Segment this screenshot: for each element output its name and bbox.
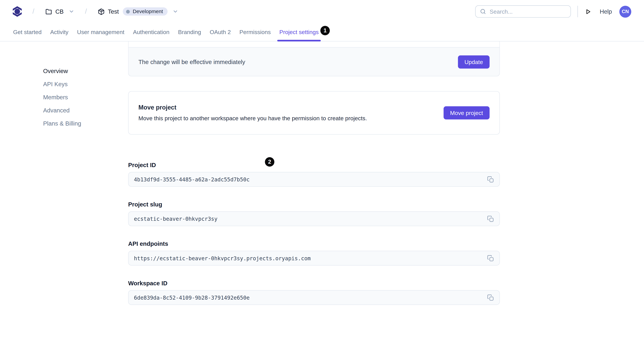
workspace-id-field: 6de839da-8c52-4109-9b28-3791492e650e — [128, 290, 500, 305]
copy-icon — [487, 176, 494, 183]
sidebar-item-advanced[interactable]: Advanced — [43, 107, 128, 113]
tab-oauth2[interactable]: OAuth 2 — [209, 23, 231, 41]
tab-permissions[interactable]: Permissions — [239, 23, 271, 41]
chevron-down-icon — [171, 9, 178, 14]
annotation-marker-2: 2 — [265, 157, 274, 167]
project-id-group: Project ID 4b13df9d-3555-4485-a62a-2adc5… — [128, 162, 500, 187]
sidebar-item-members[interactable]: Members — [43, 94, 128, 100]
breadcrumb-project[interactable]: Test Development — [98, 7, 178, 15]
header-actions: Help CN — [475, 5, 631, 17]
folder-icon — [45, 8, 52, 15]
move-project-description: Move this project to another workspace w… — [138, 115, 367, 122]
copy-button[interactable] — [486, 294, 494, 302]
help-link[interactable]: Help — [600, 8, 612, 15]
breadcrumb-separator: / — [85, 7, 87, 15]
ory-logo-icon[interactable] — [13, 6, 22, 17]
identifier-fields: Project ID 4b13df9d-3555-4485-a62a-2adc5… — [128, 162, 500, 305]
page-body: Overview API Keys Members Advanced Plans… — [0, 41, 644, 320]
sidebar-item-plans-billing[interactable]: Plans & Billing — [43, 121, 128, 127]
copy-button[interactable] — [486, 175, 494, 183]
breadcrumb-separator: / — [32, 7, 34, 15]
project-id-field: 4b13df9d-3555-4485-a62a-2adc55d7b50c — [128, 172, 500, 187]
annotation-marker-1: 1 — [320, 26, 330, 35]
breadcrumb-workspace[interactable]: CB — [45, 8, 74, 15]
tab-project-settings[interactable]: Project settings — [279, 23, 319, 41]
api-endpoints-value: https://ecstatic-beaver-0hkvpcr3sy.proje… — [134, 255, 310, 261]
project-slug-group: Project slug ecstatic-beaver-0hkvpcr3sy — [128, 202, 500, 226]
environment-badge: Development — [123, 7, 168, 15]
project-name: Test — [108, 8, 119, 15]
move-project-text: Move project Move this project to anothe… — [138, 104, 367, 122]
project-slug-field: ecstatic-beaver-0hkvpcr3sy — [128, 211, 500, 226]
settings-sidebar: Overview API Keys Members Advanced Plans… — [0, 41, 128, 320]
move-project-card: Move project Move this project to anothe… — [128, 91, 500, 135]
workspace-name: CB — [56, 8, 64, 15]
move-project-button[interactable]: Move project — [444, 106, 490, 119]
search-icon — [480, 8, 486, 15]
tab-authentication[interactable]: Authentication — [132, 23, 170, 41]
avatar[interactable]: CN — [619, 5, 631, 17]
tab-branding[interactable]: Branding — [178, 23, 202, 41]
project-id-label: Project ID — [128, 162, 500, 168]
project-slug-label: Project slug — [128, 202, 500, 208]
tab-user-management[interactable]: User management — [77, 23, 125, 41]
search-box — [475, 5, 571, 17]
project-slug-value: ecstatic-beaver-0hkvpcr3sy — [134, 216, 217, 222]
update-card: The change will be effective immediately… — [128, 41, 500, 76]
sidebar-item-overview[interactable]: Overview — [43, 68, 128, 74]
update-button[interactable]: Update — [458, 55, 490, 68]
api-endpoints-group: API endpoints https://ecstatic-beaver-0h… — [128, 241, 500, 266]
api-endpoints-field: https://ecstatic-beaver-0hkvpcr3sy.proje… — [128, 251, 500, 266]
move-project-title: Move project — [138, 104, 367, 111]
copy-button[interactable] — [486, 215, 494, 223]
update-note: The change will be effective immediately — [138, 58, 245, 65]
copy-icon — [487, 215, 494, 222]
copy-button[interactable] — [486, 254, 494, 262]
copy-icon — [487, 255, 494, 262]
header-divider — [578, 6, 578, 17]
environment-label: Development — [133, 9, 163, 14]
update-card-footer: The change will be effective immediately… — [128, 47, 500, 76]
workspace-id-label: Workspace ID — [128, 280, 500, 287]
workspace-id-value: 6de839da-8c52-4109-9b28-3791492e650e — [134, 295, 250, 301]
workspace-id-group: Workspace ID 6de839da-8c52-4109-9b28-379… — [128, 280, 500, 305]
environment-dot-icon — [126, 10, 130, 13]
copy-icon — [487, 294, 494, 301]
app-viewport: / CB / Test Development — [0, 0, 644, 341]
search-input[interactable] — [475, 5, 571, 17]
tab-activity[interactable]: Activity — [50, 23, 69, 41]
project-id-value: 4b13df9d-3555-4485-a62a-2adc55d7b50c — [134, 176, 250, 182]
play-icon[interactable] — [584, 8, 592, 15]
chevron-down-icon — [67, 9, 74, 14]
package-icon — [98, 8, 105, 15]
api-endpoints-label: API endpoints — [128, 241, 500, 247]
tab-get-started[interactable]: Get started — [13, 23, 42, 41]
sidebar-item-api-keys[interactable]: API Keys — [43, 81, 128, 87]
top-header: / CB / Test Development — [0, 0, 644, 23]
settings-content: The change will be effective immediately… — [128, 41, 500, 320]
update-card-body — [128, 41, 500, 47]
